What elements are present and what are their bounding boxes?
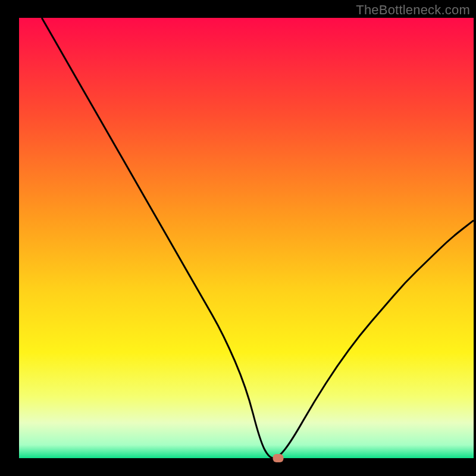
bottleneck-chart (0, 0, 476, 476)
watermark-text: TheBottleneck.com (356, 2, 470, 18)
chart-frame: { "watermark": "TheBottleneck.com", "cha… (0, 0, 476, 476)
optimal-point-marker (273, 454, 283, 462)
